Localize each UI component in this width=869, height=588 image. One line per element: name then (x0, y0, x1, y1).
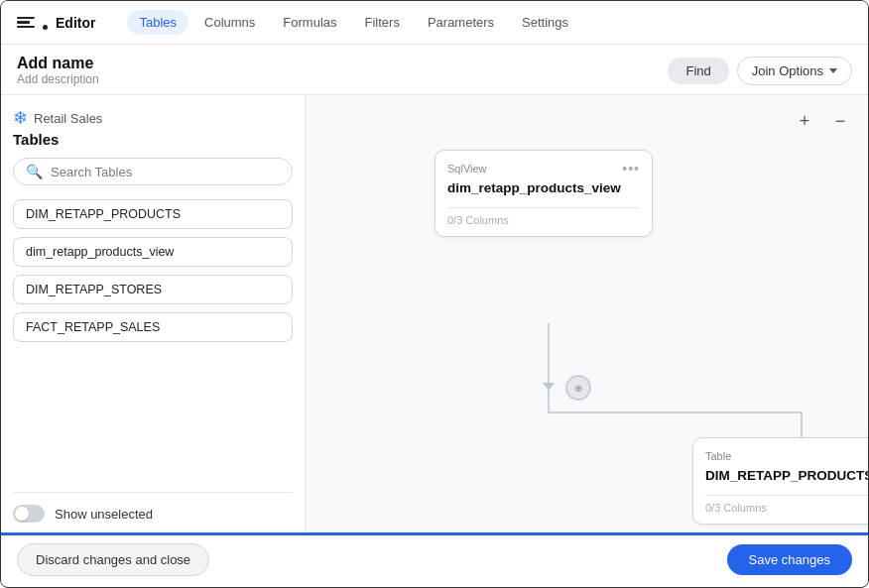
tab-filters[interactable]: Filters (353, 10, 412, 35)
zoom-out-button[interactable]: − (826, 107, 854, 135)
search-input[interactable] (51, 165, 280, 179)
canvas-area[interactable]: + − ⊕ SqlView ••• dim_retapp_products_vi… (306, 95, 868, 532)
node-header: Table ••• (705, 448, 868, 464)
save-button[interactable]: Save changes (727, 544, 852, 575)
svg-text:⊕: ⊕ (574, 383, 582, 394)
svg-point-1 (566, 376, 590, 400)
list-item[interactable]: DIM_RETAPP_PRODUCTS (13, 199, 293, 229)
list-item[interactable]: DIM_RETAPP_STORES (13, 275, 293, 304)
page-title: Add name (17, 55, 99, 72)
snowflake-icon: ❄ (13, 107, 28, 129)
page-header: Add name Add description Find Join Optio… (1, 45, 868, 95)
search-box: 🔍 (13, 158, 293, 185)
node-table[interactable]: Table ••• DIM_RETAPP_PRODUCTS 0/3 Column… (692, 437, 868, 525)
node-type: Table (705, 450, 731, 462)
node-menu-icon[interactable]: ••• (622, 161, 640, 176)
list-item[interactable]: dim_retapp_products_view (13, 237, 293, 267)
source-name: Retail Sales (34, 111, 102, 126)
header-right: Find Join Options (668, 57, 852, 85)
node-name: DIM_RETAPP_PRODUCTS (705, 468, 868, 483)
bottom-bar: Discard changes and close Save changes (1, 532, 868, 584)
join-options-button[interactable]: Join Options (737, 57, 852, 85)
show-unselected-row: Show unselected (13, 492, 293, 532)
tab-tables[interactable]: Tables (127, 10, 188, 35)
show-unselected-toggle[interactable] (13, 505, 45, 523)
main-content: ❄ Retail Sales Tables 🔍 DIM_RETAPP_PRODU… (1, 95, 868, 532)
table-list: DIM_RETAPP_PRODUCTS dim_retapp_products_… (13, 199, 293, 482)
logo-dot (43, 25, 48, 30)
zoom-in-button[interactable]: + (791, 107, 818, 135)
search-icon: 🔍 (26, 164, 43, 179)
node-type: SqlView (447, 163, 487, 175)
discard-button[interactable]: Discard changes and close (17, 543, 209, 576)
sidebar-section-title: Tables (13, 131, 293, 148)
header-left: Add name Add description (17, 55, 99, 86)
tab-settings[interactable]: Settings (510, 10, 580, 35)
svg-marker-3 (543, 383, 555, 391)
tab-columns[interactable]: Columns (192, 10, 267, 35)
list-item[interactable]: FACT_RETAPP_SALES (13, 312, 293, 342)
canvas-controls: + − (791, 107, 854, 135)
node-sqlview[interactable]: SqlView ••• dim_retapp_products_view 0/3… (434, 150, 653, 237)
sidebar-source: ❄ Retail Sales (13, 107, 293, 129)
logo-icon (17, 17, 35, 29)
tab-formulas[interactable]: Formulas (271, 10, 348, 35)
tab-parameters[interactable]: Parameters (416, 10, 506, 35)
find-button[interactable]: Find (668, 58, 728, 84)
sidebar: ❄ Retail Sales Tables 🔍 DIM_RETAPP_PRODU… (1, 95, 306, 532)
node-name: dim_retapp_products_view (447, 180, 640, 195)
logo-area: Editor (17, 15, 95, 31)
nav-tabs: Tables Columns Formulas Filters Paramete… (127, 10, 580, 35)
top-navigation: Editor Tables Columns Formulas Filters P… (1, 1, 868, 45)
node-columns: 0/3 Columns (447, 207, 640, 226)
app-title: Editor (56, 15, 95, 31)
chevron-down-icon (829, 68, 837, 73)
page-description: Add description (17, 72, 99, 86)
node-header: SqlView ••• (447, 161, 640, 176)
show-unselected-label: Show unselected (55, 507, 153, 522)
node-columns: 0/3 Columns (705, 495, 868, 514)
